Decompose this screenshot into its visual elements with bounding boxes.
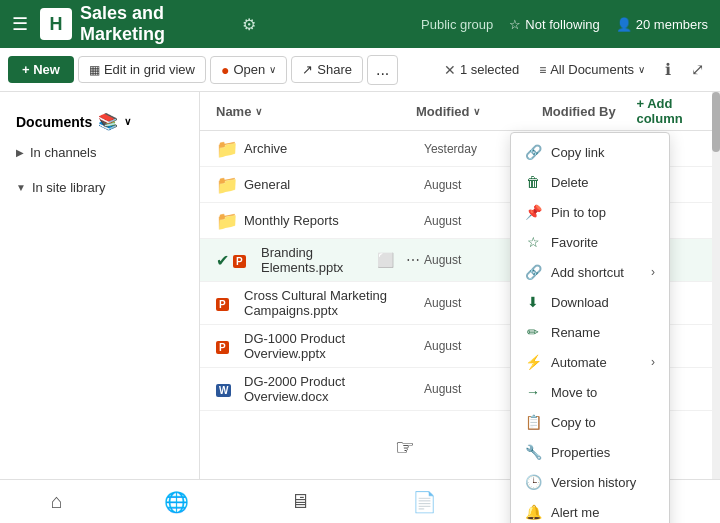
share-button[interactable]: ↗ Share	[291, 56, 363, 83]
context-menu: 🔗 Copy link 🗑 Delete 📌 Pin to top ☆ Favo…	[510, 132, 670, 523]
menu-item-copy-link[interactable]: 🔗 Copy link	[511, 137, 669, 167]
members-icon: 👤	[616, 17, 632, 32]
menu-item-icon-delete: 🗑	[525, 174, 541, 190]
file-name: DG-2000 Product Overview.docx	[244, 374, 424, 404]
in-site-label: In site library	[32, 180, 106, 195]
new-button[interactable]: + New	[8, 56, 74, 83]
menu-item-icon-properties: 🔧	[525, 444, 541, 460]
submenu-arrow-automate: ›	[651, 355, 655, 369]
menu-item-automate[interactable]: ⚡ Automate ›	[511, 347, 669, 377]
in-site-chevron: ▼	[16, 182, 26, 193]
pptx-icon: P	[233, 255, 246, 268]
menu-item-rename[interactable]: ✏ Rename	[511, 317, 669, 347]
info-button[interactable]: ℹ	[657, 55, 679, 84]
menu-item-label-add-shortcut: Add shortcut	[551, 265, 624, 280]
row-action-more[interactable]: ⋯	[402, 250, 424, 270]
all-docs-chevron: ∨	[638, 64, 645, 75]
menu-item-favorite[interactable]: ☆ Favorite	[511, 227, 669, 257]
menu-item-alert-me[interactable]: 🔔 Alert me	[511, 497, 669, 523]
site-title: Sales and Marketing	[80, 3, 230, 45]
menu-item-icon-alert-me: 🔔	[525, 504, 541, 520]
file-icon-container: 📁	[216, 138, 244, 160]
more-actions-button[interactable]: ...	[367, 55, 398, 85]
row-action-open[interactable]: ⬜	[373, 250, 398, 270]
menu-item-properties[interactable]: 🔧 Properties	[511, 437, 669, 467]
clear-selection-button[interactable]: ✕	[444, 62, 456, 78]
menu-item-label-delete: Delete	[551, 175, 589, 190]
menu-item-label-version-history: Version history	[551, 475, 636, 490]
file-name: Monthly Reports	[244, 213, 424, 228]
monitor-icon: 🖥	[290, 490, 310, 513]
globe-nav-button[interactable]: 🌐	[148, 482, 205, 522]
menu-item-icon-pin-to-top: 📌	[525, 204, 541, 220]
app-icon: H	[40, 8, 72, 40]
not-following-btn[interactable]: ☆ Not following	[509, 17, 599, 32]
folder-icon: 📁	[216, 175, 238, 195]
grid-icon: ▦	[89, 63, 100, 77]
menu-item-icon-automate: ⚡	[525, 354, 541, 370]
col-name: Name ∨	[216, 104, 416, 119]
file-icon-container: 📁	[216, 174, 244, 196]
file-icon-container: P	[233, 252, 261, 268]
menu-item-label-download: Download	[551, 295, 609, 310]
menu-item-version-history[interactable]: 🕒 Version history	[511, 467, 669, 497]
menu-item-pin-to-top[interactable]: 📌 Pin to top	[511, 197, 669, 227]
top-bar-right: Public group ☆ Not following 👤 20 member…	[421, 17, 708, 32]
docs-chevron: ∨	[124, 116, 131, 127]
filter-icon: ≡	[539, 63, 546, 77]
scrollbar-track[interactable]	[712, 92, 720, 523]
menu-item-copy-to[interactable]: 📋 Copy to	[511, 407, 669, 437]
in-site-library-section: ▼ In site library	[0, 170, 199, 205]
home-nav-button[interactable]: ⌂	[35, 482, 79, 521]
menu-item-add-shortcut[interactable]: 🔗 Add shortcut ›	[511, 257, 669, 287]
docx-icon: W	[216, 384, 231, 397]
menu-item-download[interactable]: ⬇ Download	[511, 287, 669, 317]
file-icon-container: P	[216, 295, 244, 311]
expand-button[interactable]: ⤢	[683, 55, 712, 84]
file-icon: 📄	[412, 490, 437, 514]
menu-item-icon-download: ⬇	[525, 294, 541, 310]
menu-item-icon-copy-to: 📋	[525, 414, 541, 430]
docs-label: Documents	[16, 114, 92, 130]
submenu-arrow-add-shortcut: ›	[651, 265, 655, 279]
library-icon: 📚	[98, 112, 118, 131]
add-column-button[interactable]: + Add column	[636, 96, 704, 126]
all-documents-button[interactable]: ≡ All Documents ∨	[531, 57, 653, 82]
file-nav-button[interactable]: 📄	[396, 482, 453, 522]
menu-item-icon-copy-link: 🔗	[525, 144, 541, 160]
menu-item-label-favorite: Favorite	[551, 235, 598, 250]
sidebar: Documents 📚 ∨ ▶ In channels ▼ In site li…	[0, 92, 200, 523]
main-list: Name ∨ Modified ∨ Modified By + Add colu…	[200, 92, 720, 523]
menu-item-move-to[interactable]: → Move to	[511, 377, 669, 407]
name-sort-icon[interactable]: ∨	[255, 106, 262, 117]
col-modified-by: Modified By	[542, 104, 636, 119]
globe-icon: 🌐	[164, 490, 189, 514]
menu-item-icon-move-to: →	[525, 384, 541, 400]
scrollbar-thumb[interactable]	[712, 92, 720, 152]
column-headers: Name ∨ Modified ∨ Modified By + Add colu…	[200, 92, 720, 131]
in-channels-section: ▶ In channels	[0, 135, 199, 170]
modified-sort-icon[interactable]: ∨	[473, 106, 480, 117]
selected-check: ✔	[216, 251, 229, 270]
file-name: General	[244, 177, 424, 192]
members-btn[interactable]: 👤 20 members	[616, 17, 708, 32]
monitor-nav-button[interactable]: 🖥	[274, 482, 326, 521]
file-name: DG-1000 Product Overview.pptx	[244, 331, 424, 361]
menu-item-icon-add-shortcut: 🔗	[525, 264, 541, 280]
edit-grid-button[interactable]: ▦ Edit in grid view	[78, 56, 206, 83]
menu-item-label-alert-me: Alert me	[551, 505, 599, 520]
menu-item-label-rename: Rename	[551, 325, 600, 340]
file-icon-container: W	[216, 381, 244, 397]
folder-icon: 📁	[216, 139, 238, 159]
open-button[interactable]: ● Open ∨	[210, 56, 287, 84]
hamburger-icon[interactable]: ☰	[12, 13, 28, 35]
file-icon-container: 📁	[216, 210, 244, 232]
settings-icon[interactable]: ⚙	[242, 15, 256, 34]
in-channels-label: In channels	[30, 145, 97, 160]
menu-item-delete[interactable]: 🗑 Delete	[511, 167, 669, 197]
content-area: Documents 📚 ∨ ▶ In channels ▼ In site li…	[0, 92, 720, 523]
in-channels-header[interactable]: ▶ In channels	[16, 139, 183, 166]
menu-item-label-copy-to: Copy to	[551, 415, 596, 430]
office-icon: ●	[221, 62, 229, 78]
in-site-library-header[interactable]: ▼ In site library	[16, 174, 183, 201]
